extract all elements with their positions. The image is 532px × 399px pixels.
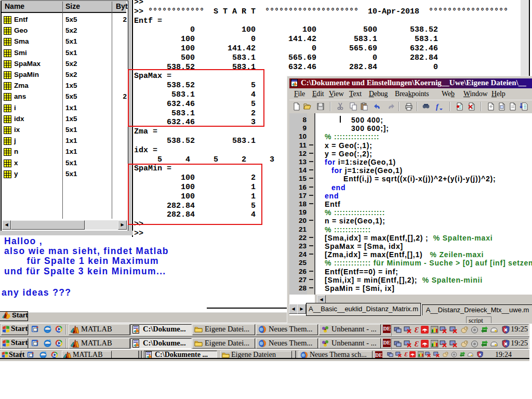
svg-text:Ɛ: Ɛ [415, 340, 419, 348]
svg-text:Ɛ: Ɛ [404, 351, 408, 357]
svg-text:Ɛ: Ɛ [415, 326, 419, 334]
svg-text:f: f [436, 103, 439, 111]
